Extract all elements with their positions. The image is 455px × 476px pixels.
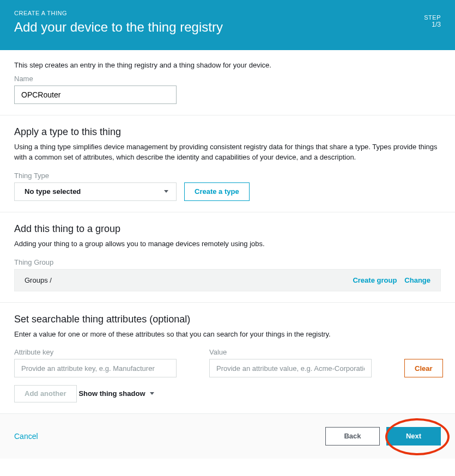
- group-actions: Create group Change: [353, 276, 430, 284]
- attr-desc: Enter a value for one or more of these a…: [14, 329, 441, 340]
- page-header: CREATE A THING Add your device to the th…: [0, 0, 455, 50]
- next-button[interactable]: Next: [386, 427, 441, 446]
- attr-heading: Set searchable thing attributes (optiona…: [14, 314, 441, 325]
- attr-value-col: Value: [209, 348, 372, 377]
- caret-down-icon: [150, 392, 154, 395]
- add-another-button[interactable]: Add another: [14, 385, 77, 402]
- intro-section: This step creates an entry in the thing …: [0, 50, 455, 115]
- attr-value-input[interactable]: [209, 359, 372, 377]
- show-thing-shadow-toggle[interactable]: Show thing shadow: [78, 389, 154, 398]
- attr-key-col: Attribute key: [14, 348, 177, 377]
- attr-key-label: Attribute key: [14, 348, 177, 356]
- name-input[interactable]: [14, 86, 177, 104]
- intro-text: This step creates an entry in the thing …: [14, 61, 441, 69]
- step-label: STEP: [424, 14, 441, 21]
- footer-right: Back Next: [325, 427, 441, 446]
- group-box: Groups / Create group Change: [14, 269, 441, 291]
- group-path: Groups /: [25, 276, 52, 284]
- show-shadow-label: Show thing shadow: [78, 389, 145, 398]
- footer: Cancel Back Next: [0, 414, 455, 459]
- create-group-link[interactable]: Create group: [353, 276, 397, 284]
- header-left: CREATE A THING Add your device to the th…: [14, 10, 223, 35]
- caret-down-icon: [164, 190, 168, 193]
- type-heading: Apply a type to this thing: [14, 126, 441, 138]
- cancel-link[interactable]: Cancel: [14, 432, 38, 441]
- attributes-section: Set searchable thing attributes (optiona…: [0, 303, 455, 414]
- create-type-button[interactable]: Create a type: [184, 182, 250, 201]
- attr-row: Attribute key Value Clear: [14, 348, 441, 377]
- thing-type-selected: No type selected: [25, 187, 81, 196]
- name-label: Name: [14, 75, 441, 83]
- thing-group-label: Thing Group: [14, 258, 441, 266]
- step-count: 1/3: [424, 21, 441, 28]
- back-button[interactable]: Back: [325, 427, 380, 446]
- attr-value-label: Value: [209, 348, 372, 356]
- header-step: STEP 1/3: [424, 14, 441, 28]
- type-section: Apply a type to this thing Using a thing…: [0, 115, 455, 212]
- group-heading: Add this thing to a group: [14, 223, 441, 235]
- attr-key-input[interactable]: [14, 359, 177, 377]
- thing-type-dropdown[interactable]: No type selected: [14, 182, 177, 201]
- page-title: Add your device to the thing registry: [14, 20, 223, 35]
- clear-button[interactable]: Clear: [404, 359, 443, 377]
- group-section: Add this thing to a group Adding your th…: [0, 212, 455, 303]
- breadcrumb: CREATE A THING: [14, 10, 223, 16]
- thing-type-label: Thing Type: [14, 172, 441, 180]
- type-desc: Using a thing type simplifies device man…: [14, 142, 441, 163]
- group-desc: Adding your thing to a group allows you …: [14, 239, 441, 249]
- type-row: No type selected Create a type: [14, 182, 441, 201]
- change-group-link[interactable]: Change: [404, 276, 430, 284]
